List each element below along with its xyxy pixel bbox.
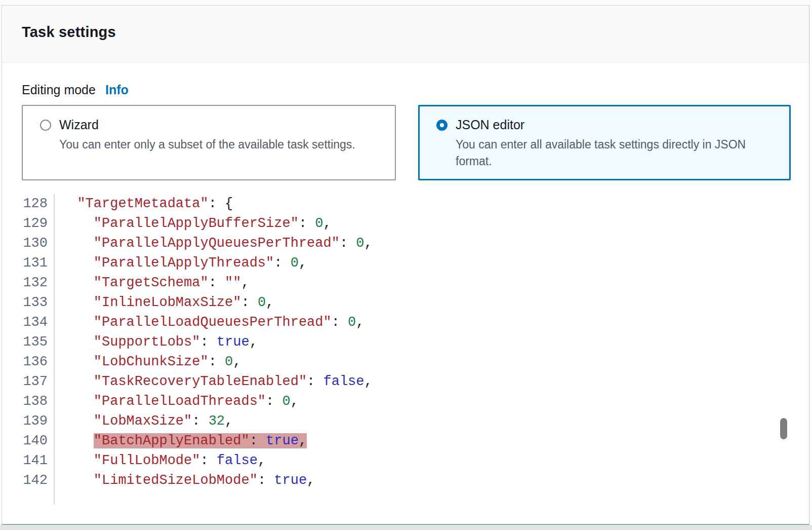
code-line[interactable]: 129 "ParallelApplyBufferSize": 0, bbox=[2, 214, 809, 234]
line-content: "TargetMetadata": { bbox=[55, 194, 233, 214]
line-content: "SupportLobs": true, bbox=[55, 332, 258, 352]
editing-mode-option-json-editor[interactable]: JSON editor You can enter all available … bbox=[418, 105, 791, 180]
line-number: 138 bbox=[2, 392, 55, 411]
wizard-title: Wizard bbox=[59, 118, 99, 132]
highlighted-code: "BatchApplyEnabled": true, bbox=[94, 433, 307, 448]
editing-mode-option-wizard[interactable]: Wizard You can enter only a subset of th… bbox=[22, 105, 396, 180]
json-editor-description: You can enter all available task setting… bbox=[456, 136, 776, 170]
info-link[interactable]: Info bbox=[105, 83, 129, 97]
line-number: 135 bbox=[2, 332, 55, 352]
code-lines: 128 "TargetMetadata": {129 "ParallelAppl… bbox=[2, 194, 809, 505]
line-number: 140 bbox=[2, 431, 55, 451]
window-bottom-edge bbox=[0, 525, 812, 530]
code-line[interactable]: 130 "ParallelApplyQueuesPerThread": 0, bbox=[2, 234, 809, 253]
json-editor-title-row: JSON editor bbox=[436, 118, 776, 132]
line-number: 133 bbox=[2, 293, 55, 313]
line-number: 130 bbox=[2, 234, 55, 253]
wizard-radio[interactable] bbox=[40, 120, 51, 131]
editing-mode-label-row: Editing modeInfo bbox=[22, 82, 809, 98]
page-title: Task settings bbox=[22, 24, 809, 41]
line-number: 129 bbox=[2, 214, 55, 234]
line-content: "InlineLobMaxSize": 0, bbox=[55, 293, 274, 313]
code-line[interactable]: 139 "LobMaxSize": 32, bbox=[2, 411, 809, 431]
panel-content: Editing modeInfo Wizard You can enter on… bbox=[2, 82, 809, 505]
code-line[interactable]: 140 "BatchApplyEnabled": true, bbox=[2, 431, 809, 451]
line-content: "TaskRecoveryTableEnabled": false, bbox=[55, 372, 373, 392]
line-number: 132 bbox=[2, 273, 55, 293]
panel-header: Task settings bbox=[2, 6, 809, 63]
task-settings-panel: Task settings Editing modeInfo Wizard Yo… bbox=[2, 5, 809, 525]
code-line[interactable]: 138 "ParallelLoadThreads": 0, bbox=[2, 392, 809, 411]
line-number: 139 bbox=[2, 411, 55, 431]
line-number: 134 bbox=[2, 313, 55, 332]
code-line[interactable]: 141 "FullLobMode": false, bbox=[2, 451, 809, 471]
code-line[interactable]: 133 "InlineLobMaxSize": 0, bbox=[2, 293, 809, 313]
code-line[interactable]: 131 "ParallelApplyThreads": 0, bbox=[2, 253, 809, 273]
line-number: 128 bbox=[2, 194, 55, 214]
line-content: "ParallelApplyBufferSize": 0, bbox=[55, 214, 332, 234]
code-line-stub bbox=[2, 490, 809, 505]
line-content: "ParallelLoadThreads": 0, bbox=[55, 392, 299, 411]
editing-mode-options: Wizard You can enter only a subset of th… bbox=[22, 105, 809, 180]
code-line[interactable]: 134 "ParallelLoadQueuesPerThread": 0, bbox=[2, 313, 809, 332]
line-content: "LimitedSizeLobMode": true, bbox=[55, 471, 315, 490]
line-number: 136 bbox=[2, 352, 55, 372]
code-line[interactable]: 128 "TargetMetadata": { bbox=[2, 194, 809, 214]
code-line[interactable]: 132 "TargetSchema": "", bbox=[2, 273, 809, 293]
line-content: "TargetSchema": "", bbox=[55, 273, 250, 293]
line-content: "BatchApplyEnabled": true, bbox=[55, 431, 307, 451]
code-line[interactable]: 137 "TaskRecoveryTableEnabled": false, bbox=[2, 372, 809, 392]
wizard-description: You can enter only a subset of the avail… bbox=[59, 136, 381, 153]
json-editor-radio[interactable] bbox=[436, 120, 448, 131]
line-number: 137 bbox=[2, 372, 55, 392]
editing-mode-label: Editing mode bbox=[22, 83, 96, 97]
json-editor-title: JSON editor bbox=[456, 118, 524, 132]
line-content: "LobMaxSize": 32, bbox=[55, 411, 233, 431]
line-number: 142 bbox=[2, 471, 55, 490]
code-line[interactable]: 135 "SupportLobs": true, bbox=[2, 332, 809, 352]
line-content: "ParallelApplyQueuesPerThread": 0, bbox=[55, 234, 373, 253]
wizard-title-row: Wizard bbox=[40, 118, 381, 132]
code-line[interactable]: 142 "LimitedSizeLobMode": true, bbox=[2, 471, 809, 490]
line-number: 141 bbox=[2, 451, 55, 471]
line-content: "ParallelLoadQueuesPerThread": 0, bbox=[55, 313, 364, 332]
line-content: "LobChunkSize": 0, bbox=[55, 352, 241, 372]
scrollbar-thumb[interactable] bbox=[780, 418, 787, 439]
line-content: "ParallelApplyThreads": 0, bbox=[55, 253, 307, 273]
line-number: 131 bbox=[2, 253, 55, 273]
line-content: "FullLobMode": false, bbox=[55, 451, 266, 471]
code-line[interactable]: 136 "LobChunkSize": 0, bbox=[2, 352, 809, 372]
json-code-editor[interactable]: 128 "TargetMetadata": {129 "ParallelAppl… bbox=[2, 194, 809, 505]
